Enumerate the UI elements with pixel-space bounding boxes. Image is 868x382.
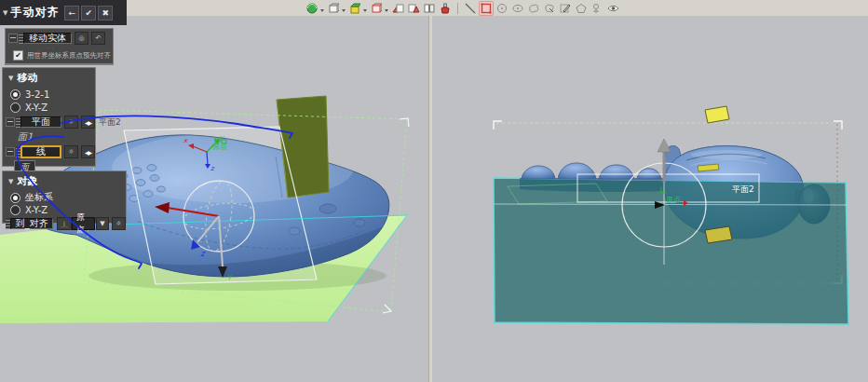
plane-flip-icon[interactable]: ◀▶ xyxy=(81,116,95,129)
move-group: ▼ 移动 3-2-1 X-Y-Z 平面 ☼ ◀▶ 面1 线 ☼ ◀▶ 面 位置 … xyxy=(2,67,96,167)
edges-view-icon[interactable] xyxy=(370,2,383,15)
plane-picker-field[interactable]: 平面 xyxy=(20,116,61,128)
propagate-select-icon[interactable] xyxy=(590,2,604,15)
object-xyz-radio[interactable]: X-Y-Z xyxy=(10,205,126,215)
close-button[interactable]: ✖ xyxy=(98,6,113,20)
shaded-view-icon[interactable] xyxy=(348,2,361,15)
origin-select[interactable]: 原点 xyxy=(72,217,95,230)
plane-toggle-icon[interactable]: ☼ xyxy=(64,116,78,129)
panel-title: 手动对齐 xyxy=(10,5,59,20)
pre-align-checkbox[interactable]: ✔ xyxy=(13,50,23,61)
collapse-triangle-icon[interactable]: ▼ xyxy=(3,9,7,17)
moving-entity-field[interactable]: 移动实体 xyxy=(23,33,72,44)
method-xyz-label: X-Y-Z xyxy=(25,102,47,113)
collapse-minus-icon[interactable] xyxy=(6,117,15,127)
method-321-radio[interactable]: 3-2-1 xyxy=(10,89,95,100)
dropdown-caret-icon[interactable] xyxy=(342,9,346,12)
collapse-minus-icon[interactable] xyxy=(8,34,18,43)
line-flip-icon[interactable]: ◀▶ xyxy=(81,145,95,158)
line-select-icon[interactable] xyxy=(464,2,477,15)
axis-triad-icon xyxy=(57,217,72,230)
dropdown-caret-icon[interactable] xyxy=(363,9,367,12)
move-section-title: 移动 xyxy=(17,71,37,85)
pick-entity-icon[interactable]: ◎ xyxy=(75,32,88,45)
origin-dropdown-icon[interactable]: ▼ xyxy=(96,217,109,230)
top-plane-view-icon[interactable] xyxy=(407,2,420,15)
confirm-button[interactable]: ✔ xyxy=(81,6,96,20)
pre-align-label: 用世界坐标系原点预先对齐 xyxy=(27,51,111,61)
dropdown-caret-icon[interactable] xyxy=(385,9,388,12)
wireframe-view-icon[interactable] xyxy=(327,2,340,15)
method-xyz-radio[interactable]: X-Y-Z xyxy=(10,102,95,113)
radio-dot-icon xyxy=(10,193,20,203)
csys-label: 坐标系 xyxy=(25,191,53,204)
polyline-lasso-select-icon[interactable] xyxy=(543,2,556,15)
view-orientation-icon[interactable] xyxy=(305,2,319,15)
csys-radio[interactable]: 坐标系 xyxy=(10,191,126,204)
lasso-select-icon[interactable] xyxy=(527,2,540,15)
collapse-triangle-icon[interactable]: ▼ xyxy=(8,75,13,82)
radio-dot-icon xyxy=(10,102,20,113)
object-toggle-icon[interactable]: ☼ xyxy=(112,217,126,230)
viewport-right-3d[interactable]: 平面2 原点 xyxy=(432,16,868,382)
main-toolbar xyxy=(0,0,868,17)
dropdown-caret-icon[interactable] xyxy=(320,9,324,12)
pen-select-icon[interactable] xyxy=(559,2,572,15)
plane-selection-label: 面1 xyxy=(18,130,95,143)
toolbar-separator xyxy=(457,3,458,14)
split-view-icon[interactable] xyxy=(423,2,436,15)
radio-dot-icon xyxy=(10,205,20,215)
paint-select-icon[interactable] xyxy=(439,2,452,15)
polygon-select-icon[interactable] xyxy=(575,2,588,15)
collapse-triangle-icon[interactable]: ▼ xyxy=(8,178,13,185)
method-321-label: 3-2-1 xyxy=(25,89,49,100)
radio-dot-icon xyxy=(10,89,20,100)
object-xyz-label: X-Y-Z xyxy=(25,205,47,215)
manual-align-titlebar: ▼ 手动对齐 ← ✔ ✖ xyxy=(0,0,127,25)
line-toggle-icon[interactable]: ☼ xyxy=(64,145,78,158)
line-picker-field[interactable]: 线 xyxy=(20,145,61,158)
circle-select-icon[interactable] xyxy=(495,2,509,15)
show-hide-icon[interactable] xyxy=(606,2,619,15)
object-section-title: 对象 xyxy=(17,174,37,188)
rectangle-select-icon[interactable] xyxy=(480,2,493,15)
back-button[interactable]: ← xyxy=(64,6,79,20)
collapse-minus-icon[interactable] xyxy=(6,147,15,157)
pre-align-row: ✔ 用世界坐标系原点预先对齐 xyxy=(5,48,114,64)
ellipse-select-icon[interactable] xyxy=(511,2,524,15)
undo-pick-icon[interactable]: ↶ xyxy=(91,32,105,45)
object-group: ▼ 对象 坐标系 X-Y-Z 到_对齐 原点 ▼ ☼ xyxy=(2,171,127,224)
align-target-field[interactable]: 到_对齐 xyxy=(10,218,53,229)
front-plane-view-icon[interactable] xyxy=(391,2,404,15)
